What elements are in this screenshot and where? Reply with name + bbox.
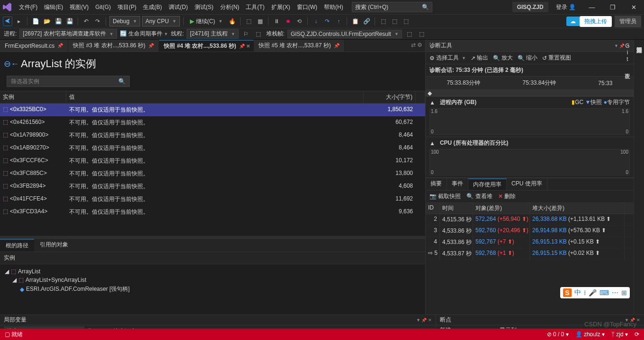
continue-button[interactable]: ▶ 继续(C)▼ (187, 17, 226, 26)
t3[interactable]: ⬚ (378, 17, 388, 26)
t5[interactable]: ⬚ (401, 17, 411, 26)
doc-tab[interactable]: FrmExportResult.cs📌 (0, 40, 68, 52)
vtab-git-changes[interactable]: Git 更改 (623, 43, 631, 312)
snapshot-row[interactable]: 24,515.36 秒572,264 (+56,940 ⬆)26,338.68 … (426, 214, 634, 226)
vtab-solution-explorer[interactable]: 解决方案资源管理器 (635, 43, 643, 312)
filter-input[interactable]: 筛选器实例🔍 (7, 76, 130, 87)
instance-row[interactable]: ⬚<0x41FCFE4>不可用。值仅适用于当前快照。11,692 (0, 193, 425, 206)
search-input[interactable]: 搜索 (Ctrl+Q)🔍 (352, 2, 432, 12)
tab-root-paths[interactable]: 根的路径 (0, 239, 34, 252)
output-btn[interactable]: ↗ 输出 (471, 54, 488, 62)
menu-item[interactable]: 编辑(E) (41, 1, 66, 13)
menu-item[interactable]: 生成(B) (140, 1, 165, 13)
instance-row[interactable]: ⬚<0x1AB90270>不可用。值仅适用于当前快照。8,464 (0, 142, 425, 155)
saveall-icon[interactable]: 💾 (65, 17, 74, 26)
status-user[interactable]: 👤 zhoulz ▾ (575, 331, 605, 338)
upload-button[interactable]: 拖拽上传 (580, 16, 612, 27)
lifecycle-label[interactable]: 🔄 生命周期事件▼ (120, 30, 168, 38)
t2[interactable]: 🔗 (362, 17, 371, 26)
step-into-icon[interactable]: ↓ (311, 17, 321, 26)
th-icon[interactable]: ⬚ (254, 29, 263, 39)
nav-fwd-icon[interactable]: ▸ (14, 17, 24, 26)
s2[interactable]: ⬚ (417, 29, 427, 39)
subtab-summary[interactable]: 摘要 (426, 178, 447, 190)
snapshot-row[interactable]: 34,533.86 秒592,760 (+20,496 ⬆)26,914.98 … (426, 226, 634, 237)
pause-icon[interactable]: ⏸ (272, 17, 281, 26)
menu-item[interactable]: 窗口(W) (294, 1, 320, 13)
menu-item[interactable]: 工具(T) (243, 1, 267, 13)
status-sync[interactable]: ⟳ (635, 331, 639, 338)
instance-row[interactable]: ⬚<0x3325BC0>不可用。值仅适用于当前快照。1,850,632 (0, 104, 425, 116)
redo-icon[interactable]: ↷ (93, 17, 102, 26)
back-icon[interactable]: ⊖← (7, 59, 16, 69)
status-errors[interactable]: ⊘ 0 / 0 ▾ (547, 331, 569, 338)
menu-item[interactable]: 视图(V) (67, 1, 91, 13)
zoom-in[interactable]: 🔍 放大 (493, 54, 513, 62)
delete-snapshot[interactable]: ✕ 删除 (498, 192, 516, 201)
doc-tab[interactable]: 快照 #5 堆 农村...,533.87 秒)📌 (254, 40, 345, 52)
col-instance[interactable]: 实例 (0, 91, 66, 103)
col-value[interactable]: 值 (66, 91, 364, 103)
nav-back-icon[interactable]: ⮜ (3, 17, 12, 26)
menu-item[interactable]: 测试(S) (192, 1, 216, 13)
cloud-icon[interactable]: ☁ (566, 17, 580, 26)
doc-tab[interactable]: 快照 #3 堆 农村...,533.86 秒)📌 (68, 40, 159, 52)
subtab-memory[interactable]: 内存使用率 (468, 178, 507, 190)
ime-bar[interactable]: S中⁞🎤⌨⋯⊞ (560, 287, 630, 298)
select-tool[interactable]: ⚙ 选择工具▼ (429, 54, 466, 62)
undo-icon[interactable]: ↶ (81, 17, 91, 26)
instance-row[interactable]: ⬚<0x3FCCF6C>不可用。值仅适用于当前快照。10,172 (0, 155, 425, 167)
menu-item[interactable]: 扩展(X) (268, 1, 293, 13)
tree-row[interactable]: ◆ ESRI.ArcGIS.ADF.ComReleaser [强句柄] (5, 284, 420, 294)
config-combo[interactable]: Debug▼ (109, 16, 140, 26)
stackframe-combo[interactable]: GISQ.ZJD.Controls.UI.FrmExportResult▼ (287, 30, 402, 38)
new-icon[interactable]: 📄 (31, 17, 40, 26)
admin-button[interactable]: 管理员 (615, 16, 641, 27)
s1[interactable]: ⬚ (405, 29, 414, 39)
snapshot-row[interactable]: ⇨ 54,533.87 秒592,768 (+1 ⬆)26,915.15 KB … (426, 248, 634, 260)
menu-item[interactable]: Git(G) (92, 2, 114, 12)
zoom-out[interactable]: 🔍 缩小 (518, 54, 537, 62)
snapshot-row[interactable]: 44,533.86 秒592,767 (+7 ⬆)26,915.13 KB (+… (426, 237, 634, 248)
memory-chart[interactable]: 1.61.6 00 (429, 108, 630, 135)
open-icon[interactable]: 📂 (42, 17, 52, 26)
signin-button[interactable]: 登录 👤 (552, 1, 580, 13)
cpu-chart[interactable]: 100100 00 (429, 149, 630, 175)
i1[interactable]: ⬚ (244, 17, 253, 26)
menu-item[interactable]: 分析(N) (217, 1, 242, 13)
save-icon[interactable]: 💾 (54, 17, 63, 26)
tree-row[interactable]: ◢ ⬚ ArrayList+SyncArrayList (5, 276, 420, 284)
instance-row[interactable]: ⬚<0x3FC885C>不可用。值仅适用于当前快照。13,800 (0, 167, 425, 180)
doc-tab[interactable]: 快照 #4 堆 农村...,533.86 秒)📌 ✕ (159, 40, 254, 52)
menu-item[interactable]: 文件(F) (16, 1, 40, 13)
capture-snapshot[interactable]: 📷 截取快照 (429, 192, 461, 201)
close-button[interactable]: ✕ (625, 4, 642, 11)
events-icon[interactable]: ◆ (428, 90, 432, 96)
solution-name[interactable]: GISQ.ZJD (512, 2, 548, 12)
menu-item[interactable]: 项目(P) (115, 1, 139, 13)
flag-icon[interactable]: ⚐ (242, 29, 251, 39)
menu-item[interactable]: 帮助(H) (321, 1, 346, 13)
minimize-button[interactable]: — (583, 4, 600, 11)
stop-icon[interactable]: ■ (283, 17, 293, 26)
reset-view[interactable]: ↺ 重置视图 (542, 54, 571, 62)
step-out-icon[interactable]: ↑ (334, 17, 343, 26)
platform-combo[interactable]: Any CPU▼ (142, 16, 179, 26)
step-over-icon[interactable]: ↷ (322, 17, 332, 26)
status-branch[interactable]: ᛘ zjd ▾ (611, 331, 628, 338)
subtab-events[interactable]: 事件 (447, 178, 468, 190)
restart-icon[interactable]: ⟲ (295, 17, 304, 26)
instance-row[interactable]: ⬚<0x3FCD3A4>不可用。值仅适用于当前快照。9,636 (0, 206, 425, 218)
tab-referenced[interactable]: 引用的对象 (34, 239, 74, 252)
i2[interactable]: ▦ (255, 17, 265, 26)
restore-button[interactable]: ❐ (604, 4, 621, 11)
instance-row[interactable]: ⬚<0x4261560>不可用。值仅适用于当前快照。60,672 (0, 116, 425, 129)
t4[interactable]: ⬚ (390, 17, 399, 26)
subtab-cpu[interactable]: CPU 使用率 (507, 178, 547, 190)
instance-row[interactable]: ⬚<0x1A798900>不可用。值仅适用于当前快照。8,464 (0, 129, 425, 142)
t1[interactable]: 📋 (350, 17, 360, 26)
menu-item[interactable]: 调试(D) (166, 1, 191, 13)
tree-row[interactable]: ◢ ⬚ ArrayList (5, 267, 420, 276)
thread-combo[interactable]: [24716] 主线程▼ (187, 29, 238, 39)
col-size[interactable]: 大小(字节) (364, 91, 416, 103)
